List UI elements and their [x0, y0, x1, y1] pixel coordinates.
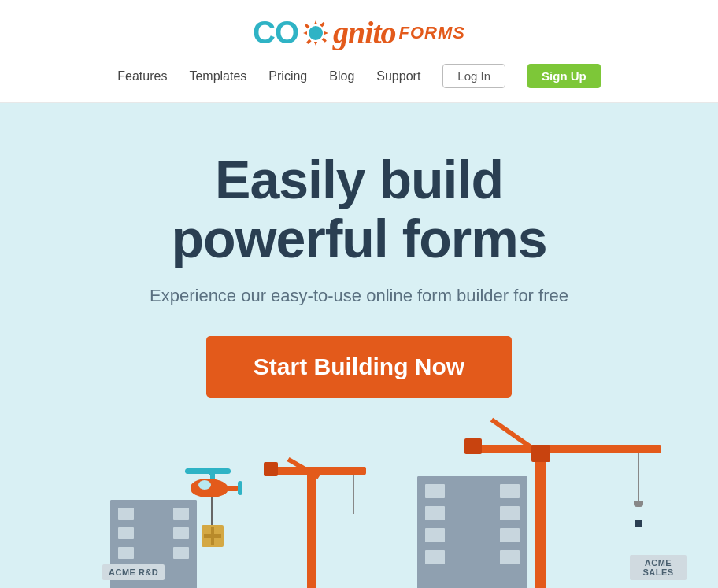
svg-point-2	[313, 31, 318, 35]
crane-ball	[635, 520, 642, 527]
hero-title-line2: powerful forms	[171, 209, 546, 268]
hero-title-line1: Easily build	[215, 150, 503, 209]
logo-co: CO	[253, 15, 298, 50]
signup-button[interactable]: Sign Up	[527, 64, 601, 88]
main-nav: Features Templates Pricing Blog Support …	[117, 64, 600, 88]
nav-support[interactable]: Support	[376, 69, 420, 83]
header: CO	[0, 0, 718, 103]
crane-right	[449, 445, 677, 588]
nav-features[interactable]: Features	[117, 69, 167, 83]
building-left-label: ACME R&D	[102, 564, 165, 580]
gear-icon	[299, 17, 332, 50]
nav-pricing[interactable]: Pricing	[268, 69, 307, 83]
logo[interactable]: CO	[253, 14, 465, 51]
hero-section: Easily build powerful forms Experience o…	[0, 103, 718, 588]
logo-forms: FORMS	[399, 23, 465, 43]
hero-subtitle: Experience our easy-to-use online form b…	[31, 286, 687, 306]
crane-left	[260, 445, 386, 588]
logo-gnito: gnito	[333, 14, 395, 51]
illustration: ACME R&D	[31, 445, 687, 588]
nav-blog[interactable]: Blog	[329, 69, 354, 83]
cta-button[interactable]: Start Building Now	[206, 336, 512, 398]
login-button[interactable]: Log In	[442, 64, 505, 88]
nav-templates[interactable]: Templates	[189, 69, 246, 83]
hero-title: Easily build powerful forms	[31, 150, 687, 268]
